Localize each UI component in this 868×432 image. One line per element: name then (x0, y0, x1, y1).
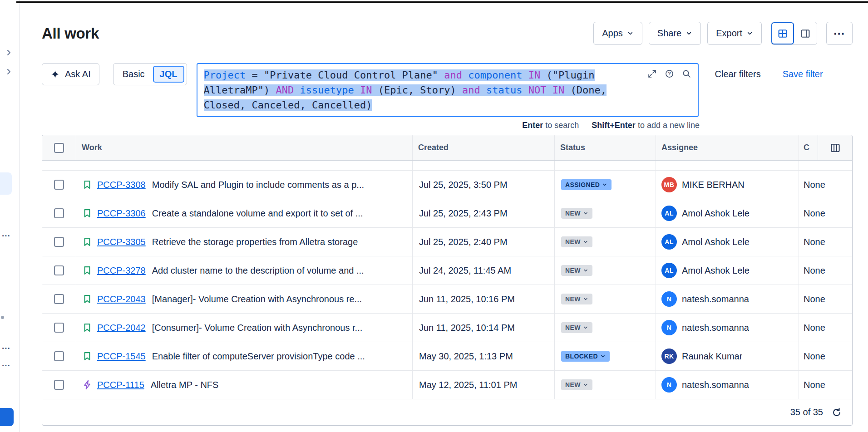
chevron-right-icon[interactable] (5, 48, 14, 57)
jql-token: ("Plugin (547, 69, 595, 81)
jql-token: "Private Cloud Control Plane" (264, 69, 438, 81)
issue-summary[interactable]: [Manager]- Volume Creation with Asynchro… (152, 294, 362, 304)
select-all-checkbox[interactable] (54, 143, 64, 153)
issue-summary[interactable]: Alletra MP - NFS (151, 380, 219, 390)
status-chip[interactable]: NEW (561, 208, 592, 219)
created-cell: Jun 11, 2025, 10:14 PM (413, 314, 555, 342)
export-button[interactable]: Export (707, 22, 762, 45)
column-picker-button[interactable] (818, 135, 852, 160)
issue-key-link[interactable]: PCCP-3308 (97, 180, 146, 190)
sidebar-selected-item[interactable] (0, 172, 12, 195)
assignee-name: natesh.somanna (682, 380, 749, 390)
column-header-created[interactable]: Created (413, 135, 555, 160)
row-checkbox[interactable] (54, 237, 64, 247)
row-checkbox[interactable] (54, 208, 64, 218)
row-checkbox[interactable] (54, 323, 64, 333)
sidebar-item-dot[interactable] (1, 316, 4, 319)
expand-icon[interactable] (647, 69, 657, 79)
share-button[interactable]: Share (649, 22, 701, 45)
status-label: NEW (565, 324, 581, 331)
sidebar-bottom-tile[interactable] (0, 408, 14, 426)
issue-summary[interactable]: Retrieve the storage properties from All… (152, 237, 358, 247)
issue-key-link[interactable]: PCCP-1545 (97, 351, 146, 362)
table-footer: 35 of 35 (42, 399, 852, 425)
issue-key-link[interactable]: PCCP-3305 (97, 237, 146, 247)
status-label: NEW (565, 210, 581, 217)
issue-summary[interactable]: [Consumer]- Volume Creation with Asynchr… (152, 323, 363, 333)
jql-token: (Done, (571, 84, 607, 96)
column-header-work[interactable]: Work (76, 135, 413, 160)
column-header-assignee[interactable]: Assignee (656, 135, 799, 160)
avatar: AL (661, 234, 677, 250)
status-chip[interactable]: NEW (561, 294, 592, 304)
issue-key-link[interactable]: PCCP-3278 (97, 265, 146, 276)
issue-summary[interactable]: Enable filter of computeServer provision… (152, 351, 365, 362)
table-row: PCCP-3306 Create a standalone volume and… (42, 199, 852, 228)
created-cell: May 30, 2025, 1:13 PM (413, 342, 555, 370)
hint-enter-key: Enter (522, 121, 543, 130)
jql-token: AlletraMP") (204, 84, 270, 96)
clear-filters-button[interactable]: Clear filters (715, 69, 761, 79)
table-row: PCCP-3305 Retrieve the storage propertie… (42, 228, 852, 256)
table-row: PCCP-1545 Enable filter of computeServer… (42, 342, 852, 371)
mode-basic-tab[interactable]: Basic (116, 69, 152, 79)
row-checkbox[interactable] (54, 351, 64, 361)
issue-key-link[interactable]: PCCP-1115 (97, 380, 144, 390)
last-cell: None (799, 199, 852, 227)
mode-jql-tab[interactable]: JQL (153, 66, 184, 83)
work-items-table: Work Created Status Assignee C PCCP-3308… (42, 135, 853, 426)
status-chip[interactable]: NEW (561, 322, 592, 333)
issue-summary[interactable]: Modify SAL and Plugin to include comment… (152, 180, 364, 190)
more-button[interactable]: ⋯ (826, 22, 853, 45)
header-actions: Apps Share Export ⋯ (593, 22, 853, 45)
story-icon (82, 265, 93, 276)
chevron-right-icon[interactable] (5, 67, 14, 76)
chevron-down-icon (583, 382, 588, 388)
issue-key-link[interactable]: PCCP-2042 (97, 323, 146, 333)
hint-shift-enter-key: Shift+Enter (592, 121, 636, 130)
sidebar-item-truncated[interactable]: ... (2, 229, 10, 238)
row-checkbox[interactable] (54, 380, 64, 390)
issue-summary[interactable]: Create a standalone volume and export it… (152, 208, 363, 219)
editor-hints: Enter to searchShift+Enter to add a new … (197, 121, 700, 130)
assignee-name: natesh.somanna (682, 323, 749, 333)
chevron-down-icon (583, 239, 588, 245)
status-chip[interactable]: NEW (561, 236, 592, 247)
apps-button[interactable]: Apps (593, 22, 642, 45)
column-header-status[interactable]: Status (555, 135, 656, 160)
chevron-down-icon (583, 268, 588, 273)
last-cell: None (799, 256, 852, 285)
status-chip[interactable]: NEW (561, 379, 592, 390)
row-checkbox[interactable] (54, 180, 64, 190)
filter-actions: Clear filters Save filter (715, 63, 823, 85)
ask-ai-button[interactable]: Ask AI (42, 63, 99, 85)
story-icon (82, 236, 93, 247)
jql-editor[interactable]: Project = "Private Cloud Control Plane" … (197, 63, 699, 117)
row-count: 35 of 35 (790, 407, 823, 417)
refresh-icon[interactable] (831, 407, 842, 418)
help-icon[interactable]: ? (665, 69, 674, 79)
row-checkbox[interactable] (54, 265, 64, 275)
sidebar-item-truncated[interactable]: ... (2, 359, 10, 368)
issue-key-link[interactable]: PCCP-3306 (97, 208, 146, 219)
table-row: PCCP-2043 [Manager]- Volume Creation wit… (42, 285, 852, 314)
status-chip[interactable]: BLOCKED (561, 351, 610, 362)
grid-view-button[interactable] (771, 22, 794, 44)
detail-view-button[interactable] (794, 22, 817, 44)
row-checkbox[interactable] (54, 294, 64, 304)
issue-summary[interactable]: Add cluster name to the description of v… (152, 265, 364, 276)
status-chip[interactable]: NEW (561, 265, 592, 276)
column-header-last[interactable]: C (799, 135, 852, 160)
issue-key-link[interactable]: PCCP-2043 (97, 294, 146, 304)
avatar: RK (661, 349, 677, 364)
avatar: AL (661, 206, 677, 221)
status-chip[interactable]: ASSIGNED (561, 179, 612, 190)
chevron-down-icon (600, 353, 606, 359)
sidebar-item-truncated[interactable]: ... (2, 342, 10, 350)
assignee-name: natesh.somanna (682, 294, 749, 304)
jql-token: and (456, 84, 486, 96)
story-icon (82, 179, 93, 190)
search-icon[interactable] (682, 69, 691, 79)
last-cell: None (799, 342, 852, 370)
save-filter-link[interactable]: Save filter (783, 69, 823, 79)
